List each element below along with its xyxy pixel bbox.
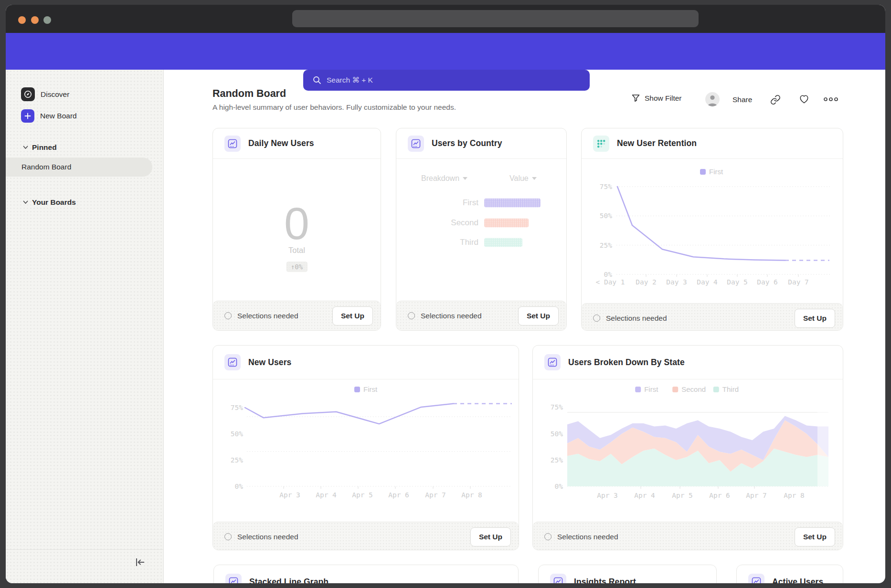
setup-button[interactable]: Set Up	[518, 306, 559, 326]
sidebar-item-discover[interactable]: Discover	[21, 87, 69, 101]
svg-text:Apr 8: Apr 8	[461, 491, 482, 499]
svg-text:Second: Second	[681, 385, 706, 393]
line-chart-icon	[408, 136, 424, 152]
sidebar-section-label: Pinned	[32, 143, 57, 152]
stacked-area-chart: 75%50%25%0%Apr 3Apr 4Apr 5Apr 6Apr 7Apr …	[533, 379, 843, 520]
data-management-icon[interactable]	[678, 74, 691, 87]
plus-icon	[21, 109, 34, 123]
browser-url-bar[interactable]	[292, 10, 699, 27]
sidebar-item-new-board[interactable]: New Board	[21, 109, 77, 123]
radio-icon	[593, 315, 600, 322]
card-title: Stacked Line Graph	[249, 577, 329, 584]
org-chevron-icon	[866, 81, 872, 85]
setup-button[interactable]: Set Up	[795, 527, 835, 546]
share-button[interactable]: Share	[732, 95, 752, 104]
setup-button[interactable]: Set Up	[470, 527, 511, 546]
card-daily-new-users: Daily New Users 0 Total ↑0% Selections n…	[212, 128, 381, 331]
svg-text:Day 2: Day 2	[636, 278, 657, 286]
metric-label: Total	[213, 246, 381, 255]
traffic-light-close[interactable]	[18, 16, 26, 24]
help-icon[interactable]: ?	[742, 74, 755, 87]
card-users-by-state: Users Broken Down By State 75%50%25%0%Ap…	[532, 345, 843, 550]
search-input[interactable]: Search ⌘ + K	[303, 70, 590, 91]
app-window: X Boards Reports Users Events Search ⌘ +…	[6, 5, 885, 583]
show-filter-label: Show Filter	[645, 94, 682, 103]
card-header: Insights Report	[539, 565, 716, 583]
svg-text:Day 5: Day 5	[727, 278, 748, 286]
new-users-line-chart: 75%50%25%0%Apr 3Apr 4Apr 5Apr 6Apr 7Apr …	[213, 379, 519, 520]
svg-text:50%: 50%	[600, 212, 612, 220]
card-footer: Selections needed Set Up	[533, 522, 843, 550]
filter-icon	[631, 94, 640, 103]
card-users-by-country: Users by Country Breakdown Value FirstSe…	[396, 128, 567, 331]
card-new-users: New Users 75%50%25%0%Apr 3Apr 4Apr 5Apr …	[212, 345, 519, 550]
svg-text:75%: 75%	[231, 404, 243, 411]
value-dropdown[interactable]: Value	[509, 174, 537, 183]
svg-text:?: ?	[747, 76, 751, 84]
traffic-light-zoom[interactable]	[43, 16, 51, 24]
svg-text:< Day 1: < Day 1	[595, 278, 625, 286]
card-title: Insights Report	[574, 577, 636, 584]
bar	[484, 219, 529, 228]
sidebar-item-label: Random Board	[21, 163, 71, 171]
line-chart-icon	[224, 354, 241, 370]
svg-text:0%: 0%	[235, 483, 244, 490]
svg-text:Day 7: Day 7	[788, 278, 809, 286]
status-text: Selections needed	[237, 312, 298, 320]
svg-text:Apr 4: Apr 4	[634, 492, 655, 499]
copy-link-icon[interactable]	[770, 94, 781, 105]
sidebar-item-label: New Board	[40, 112, 77, 120]
svg-text:Day 4: Day 4	[697, 278, 718, 286]
svg-text:0%: 0%	[555, 483, 563, 490]
apps-grid-icon[interactable]	[708, 74, 721, 87]
card-active-users: Active Users	[736, 565, 843, 583]
status-text: Selections needed	[606, 314, 667, 323]
metric-value: 0	[213, 200, 381, 247]
card-footer: Selections needed Set Up	[213, 301, 381, 330]
sidebar-item-random-board[interactable]: Random Board	[6, 158, 152, 177]
card-title: New Users	[248, 357, 291, 368]
card-body: 75%50%25%0%Apr 3Apr 4Apr 5Apr 6Apr 7Apr …	[213, 379, 519, 522]
radio-icon	[224, 533, 232, 540]
collapse-sidebar-icon[interactable]	[135, 557, 146, 567]
card-insights-report: Insights Report	[538, 565, 717, 583]
setup-button[interactable]: Set Up	[332, 306, 373, 326]
card-footer: Selections needed Set Up	[582, 303, 843, 331]
bar	[484, 238, 522, 247]
retention-line-chart: 75%50%25%0%< Day 1Day 2Day 3Day 4Day 5Da…	[582, 159, 843, 301]
svg-text:First: First	[644, 385, 658, 393]
svg-text:Apr 4: Apr 4	[316, 491, 337, 499]
more-options-icon[interactable]	[823, 97, 839, 102]
favorite-heart-icon[interactable]	[799, 94, 809, 104]
setup-button[interactable]: Set Up	[795, 309, 835, 328]
settings-gear-icon[interactable]	[776, 74, 790, 87]
show-filter-button[interactable]: Show Filter	[631, 94, 682, 103]
card-body: 75%50%25%0%< Day 1Day 2Day 3Day 4Day 5Da…	[582, 159, 843, 303]
nav-events[interactable]: Events	[197, 75, 221, 84]
card-body: 75%50%25%0%Apr 3Apr 4Apr 5Apr 6Apr 7Apr …	[533, 379, 843, 522]
svg-text:Apr 3: Apr 3	[597, 492, 618, 499]
svg-text:Apr 6: Apr 6	[709, 492, 730, 499]
card-header: Users by Country	[396, 128, 566, 159]
card-header: New User Retention	[582, 128, 843, 159]
svg-text:Apr 3: Apr 3	[279, 491, 300, 499]
org-scope: All Project Data	[813, 80, 862, 89]
bar-label: Second	[451, 218, 478, 228]
sidebar-section-pinned[interactable]: Pinned	[23, 143, 57, 152]
card-header: Stacked Line Graph	[214, 565, 518, 583]
caret-down-icon	[463, 177, 467, 180]
sidebar-footer-divider	[6, 549, 164, 550]
card-footer: Selections needed Set Up	[396, 301, 566, 330]
svg-text:Apr 8: Apr 8	[784, 492, 805, 499]
traffic-light-minimize[interactable]	[31, 16, 39, 24]
avatar[interactable]	[705, 92, 720, 106]
search-placeholder: Search ⌘ + K	[327, 76, 373, 84]
sidebar-item-label: Discover	[41, 90, 69, 99]
card-header: Users Broken Down By State	[533, 346, 843, 379]
svg-text:Apr 5: Apr 5	[672, 492, 693, 499]
card-body: Breakdown Value FirstSecondThird	[396, 159, 566, 301]
breakdown-dropdown[interactable]: Breakdown	[421, 174, 467, 183]
sidebar-section-your-boards[interactable]: Your Boards	[23, 198, 76, 207]
svg-text:Apr 5: Apr 5	[352, 491, 373, 499]
org-switcher[interactable]: Organization All Project Data	[813, 68, 862, 89]
